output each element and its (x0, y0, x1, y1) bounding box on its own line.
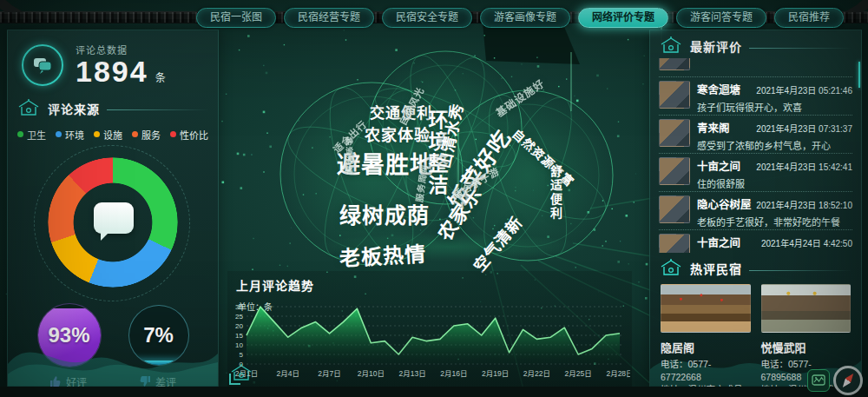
review-top-row: 十亩之间2021年4月24日 4:42:50 (697, 234, 852, 250)
nav-tab-2[interactable]: 民宿经营专题 (284, 8, 374, 28)
cloud-word: 老板热情 (339, 237, 427, 272)
negative-rate-gauge: 7% (128, 305, 189, 366)
map-chart-icon (812, 374, 825, 387)
svg-text:2月22日: 2月22日 (523, 369, 550, 378)
legend-item: 卫生 (17, 128, 46, 142)
legend-item: 性价比 (170, 128, 208, 142)
review-comment: 住的很舒服 (697, 176, 852, 190)
total-comments-unit: 条 (155, 72, 166, 84)
svg-text:2月16日: 2月16日 (440, 369, 467, 378)
review-body: 曲径通幽处，禅房花木深。非常静谧的民宿 (697, 58, 852, 73)
review-homestay-name: 十亩之间 (697, 234, 740, 250)
comment-source-header: 评论来源 (8, 93, 218, 121)
legend-item: 环境 (56, 128, 84, 142)
review-homestay-name: 隐心谷树屋 (697, 195, 752, 212)
word-cloud-words: 交通便利农家体验避暑胜地绿树成荫老板热情环境整洁山清水秀饭菜好吃农家乐空气清新基… (241, 45, 632, 284)
negative-rate-value: 7% (129, 306, 188, 365)
dashboard-root: { "nav": { "tabs": [ {"label":"民宿一张图","a… (0, 0, 868, 397)
nav-tabs: 民宿一张图民宿经营专题民宿安全专题游客画像专题网络评价专题游客问答专题民宿推荐 (196, 8, 844, 28)
review-homestay-name: 青来阁 (697, 119, 730, 136)
word-cloud: 交通便利农家体验避暑胜地绿树成荫老板热情环境整洁山清水秀饭菜好吃农家乐空气清新基… (241, 45, 632, 284)
total-comments-value: 1894 (76, 55, 148, 88)
legend-dot (132, 131, 138, 137)
review-item[interactable]: 隐心谷树屋2021年4月23日 18:52:10老板的手艺很好，非常好吃的午餐 (659, 192, 852, 230)
svg-text:10: 10 (235, 341, 243, 349)
review-body: 青来阁2021年4月23日 07:31:37感受到了浓郁的乡村气息，开心 (697, 119, 852, 149)
homestay-name: 隐居阁 (661, 339, 751, 355)
nav-tab-4[interactable]: 游客画像专题 (480, 8, 570, 28)
homestay-name: 悦慢武阳 (761, 339, 852, 355)
cloud-word: 基础设施好 (492, 75, 547, 119)
legend-dot (17, 131, 23, 137)
source-donut-chart (31, 147, 194, 298)
legend-dot (94, 131, 100, 137)
svg-text:2月19日: 2月19日 (482, 369, 509, 378)
svg-text:5: 5 (240, 351, 244, 359)
review-comment: 老板的手艺很好，非常好吃的午餐 (697, 215, 852, 228)
review-item[interactable]: 十亩之间2021年4月23日 15:42:41住的很舒服 (659, 154, 852, 192)
nav-tab-1[interactable]: 民宿一张图 (196, 8, 276, 28)
review-homestay-name: 十亩之间 (697, 157, 740, 174)
review-date: 2021年4月24日 4:42:50 (761, 236, 852, 249)
review-comment: 孩子们玩得很开心，欢喜 (697, 100, 852, 114)
review-date: 2021年4月23日 15:42:41 (756, 160, 852, 173)
review-list[interactable]: 曲径通幽处，禅房花木深。非常静谧的民宿寒舍迴塘2021年4月23日 05:21:… (650, 58, 861, 253)
svg-text:2月13日: 2月13日 (399, 369, 426, 378)
review-top-row: 十亩之间2021年4月23日 15:42:41 (697, 157, 852, 174)
svg-text:30: 30 (235, 303, 243, 311)
nav-tab-5[interactable]: 网络评价专题 (578, 8, 668, 28)
svg-text:2月1日: 2月1日 (235, 369, 258, 378)
compass-button[interactable] (833, 366, 863, 395)
homestay-card[interactable]: 隐居阁电话：0577-67722668地址：温州市文成县武阳村村民中心旁(近刘基… (661, 284, 751, 397)
review-body: 十亩之间2021年4月24日 4:42:50有人情味的民宿，值得推荐 (697, 234, 852, 253)
bottom-bar (0, 387, 868, 397)
review-body: 十亩之间2021年4月23日 15:42:41住的很舒服 (697, 157, 852, 188)
map-view-button[interactable] (807, 369, 830, 392)
nav-tab-3[interactable]: 民宿安全专题 (382, 8, 472, 28)
left-panel: 评论总数据 1894条 评论来源 卫生环境设施服务性价比 93% 7% 好评 差… (7, 30, 219, 387)
legend-dot (170, 131, 176, 137)
nav-tab-7[interactable]: 民宿推荐 (774, 8, 844, 28)
homestay-phone: 电话：0577-67722668 (661, 358, 751, 383)
review-top-row: 隐心谷树屋2021年4月23日 18:52:10 (697, 195, 852, 212)
legend-label: 卫生 (27, 128, 46, 142)
homestay-photo (761, 284, 852, 333)
svg-text:20: 20 (235, 322, 243, 330)
trend-area-chart: 0510152025302月1日2月4日2月7日2月10日2月13日2月16日2… (229, 303, 630, 384)
review-item[interactable]: 青来阁2021年4月23日 07:31:37感受到了浓郁的乡村气息，开心 (659, 116, 852, 154)
review-thumbnail (659, 58, 690, 70)
review-date: 2021年4月23日 18:52:10 (756, 198, 852, 211)
cloud-word: 静谧温馨 (344, 137, 355, 175)
legend-item: 服务 (132, 128, 161, 142)
positive-rate-gauge: 93% (37, 303, 102, 367)
cloud-word: 农家体验 (365, 122, 431, 145)
trend-header: 上月评论趋势 (227, 271, 632, 295)
house-icon (16, 98, 41, 119)
total-comments-stat: 评论总数据 1894条 (8, 30, 218, 93)
review-item[interactable]: 寒舍迴塘2021年4月23日 05:21:46孩子们玩得很开心，欢喜 (659, 77, 852, 116)
house-icon (659, 36, 683, 56)
trend-chart-panel: 上月评论趋势 单位：条 0510152025302月1日2月4日2月7日2月10… (227, 271, 632, 387)
review-thumbnail (659, 195, 690, 223)
comment-source-title: 评论来源 (48, 100, 100, 117)
nav-tab-6[interactable]: 游客问答专题 (676, 8, 766, 28)
svg-text:2月7日: 2月7日 (318, 369, 340, 378)
review-item[interactable]: 十亩之间2021年4月24日 4:42:50有人情味的民宿，值得推荐 (659, 230, 852, 253)
legend-label: 设施 (103, 128, 122, 142)
source-legend: 卫生环境设施服务性价比 (8, 121, 218, 143)
positive-rate-value: 93% (38, 304, 101, 367)
svg-text:15: 15 (235, 332, 243, 340)
chat-bubble-icon (94, 202, 134, 234)
review-homestay-name: 寒舍迴塘 (697, 81, 740, 97)
hot-homestays-header: 热评民宿 (650, 253, 861, 281)
house-icon (659, 258, 683, 279)
review-body: 寒舍迴塘2021年4月23日 05:21:46孩子们玩得很开心，欢喜 (697, 81, 852, 111)
compass-needle-icon (840, 372, 857, 390)
svg-text:2月10日: 2月10日 (358, 369, 385, 378)
review-thumbnail (659, 234, 690, 253)
review-top-row: 寒舍迴塘2021年4月23日 05:21:46 (697, 81, 852, 97)
review-item[interactable]: 曲径通幽处，禅房花木深。非常静谧的民宿 (659, 58, 852, 77)
svg-text:2月4日: 2月4日 (277, 369, 299, 378)
review-list-scrollbar[interactable] (858, 62, 860, 88)
review-thumbnail (659, 81, 690, 109)
